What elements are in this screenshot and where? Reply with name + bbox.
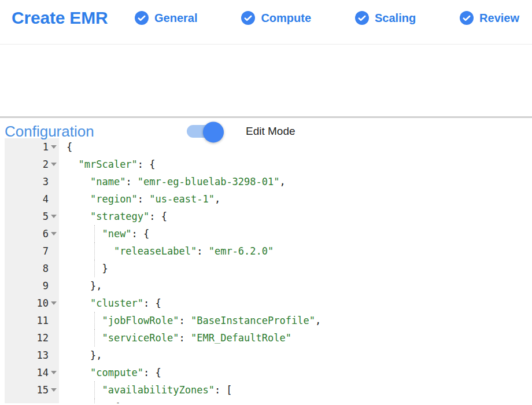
editor-line: 2 "mrScaler": {	[5, 156, 532, 173]
line-number-text: 4	[43, 190, 49, 208]
editor-line: 16 {	[5, 399, 532, 403]
check-circle-icon	[460, 11, 474, 25]
line-number-text: 11	[37, 312, 49, 329]
line-number-text: 3	[43, 173, 49, 190]
step-label: Compute	[261, 12, 311, 25]
editor-line: 7 "releaseLabel": "emr-6.2.0"	[5, 242, 532, 260]
code-line[interactable]: "new": {	[59, 225, 149, 242]
editor-line: 9 },	[5, 277, 532, 294]
editor-line: 6 "new": {	[5, 225, 532, 242]
fold-arrow-icon[interactable]	[49, 145, 59, 149]
line-number: 15	[5, 381, 59, 399]
fold-arrow-icon[interactable]	[49, 301, 59, 305]
step-general[interactable]: General	[135, 11, 197, 25]
editor-line: 5 "strategy": {	[5, 208, 532, 225]
code-token	[66, 245, 114, 257]
code-token: :	[179, 315, 190, 326]
code-token	[66, 176, 90, 187]
code-line[interactable]: "region": "us-east-1",	[59, 190, 220, 208]
code-token	[66, 297, 90, 309]
toggle-knob[interactable]	[203, 122, 224, 142]
code-token: ,	[280, 176, 286, 187]
step-label: General	[154, 12, 197, 25]
code-line[interactable]: "releaseLabel": "emr-6.2.0"	[59, 242, 274, 260]
line-number: 4	[5, 190, 59, 208]
code-token: "region"	[90, 193, 138, 205]
code-token: : [	[215, 384, 232, 396]
code-line[interactable]: "cluster": {	[59, 294, 161, 312]
editor-line: 3 "name": "emr-eg-bluelab-3298-01",	[5, 173, 532, 190]
code-token: {	[66, 141, 72, 153]
fold-arrow-icon[interactable]	[49, 163, 59, 166]
json-editor[interactable]: 1{2 "mrScaler": {3 "name": "emr-eg-bluel…	[5, 138, 532, 403]
code-token: {	[66, 402, 120, 403]
line-number-text: 8	[43, 260, 49, 277]
code-token: "us-east-1"	[149, 193, 215, 205]
code-token: "compute"	[90, 367, 143, 378]
code-token: :	[197, 245, 208, 257]
code-token: }	[66, 263, 108, 274]
line-number-text: 6	[43, 225, 49, 242]
code-line[interactable]: "strategy": {	[59, 208, 167, 225]
line-number: 2	[5, 156, 59, 173]
line-number: 9	[5, 277, 59, 294]
code-token	[66, 315, 102, 326]
code-line[interactable]: "jobFlowRole": "BaseInstanceProfile",	[59, 312, 321, 329]
code-token: },	[66, 280, 102, 292]
step-review[interactable]: Review	[460, 11, 519, 25]
page-title: Create EMR	[12, 6, 108, 30]
code-token: "serviceRole"	[102, 332, 179, 344]
code-token	[66, 332, 102, 344]
code-token: "strategy"	[90, 211, 149, 222]
step-scaling[interactable]: Scaling	[355, 11, 416, 25]
code-token: : {	[143, 297, 161, 309]
step-nav: General Compute Scaling Review	[135, 6, 519, 30]
step-compute[interactable]: Compute	[241, 11, 311, 25]
edit-mode-toggle[interactable]	[187, 125, 223, 138]
code-line[interactable]: {	[59, 138, 72, 156]
code-token	[66, 159, 78, 170]
code-token: : {	[149, 211, 167, 222]
code-token: ,	[315, 315, 321, 326]
code-line[interactable]: }	[59, 260, 108, 277]
code-line[interactable]: "availabilityZones": [	[59, 381, 232, 399]
fold-arrow-icon[interactable]	[49, 388, 59, 392]
check-circle-icon	[135, 11, 149, 25]
code-token: :	[125, 176, 137, 187]
code-line[interactable]: },	[59, 347, 102, 364]
line-number: 11	[5, 312, 59, 329]
line-number: 14	[5, 364, 59, 381]
code-line[interactable]: "name": "emr-eg-bluelab-3298-01",	[59, 173, 286, 190]
code-token: "availabilityZones"	[102, 384, 214, 396]
fold-arrow-icon[interactable]	[49, 371, 59, 374]
line-number: 12	[5, 329, 59, 347]
editor-line: 14 "compute": {	[5, 364, 532, 381]
code-token: "new"	[102, 228, 131, 240]
fold-arrow-icon[interactable]	[49, 215, 59, 218]
fold-arrow-icon[interactable]	[49, 232, 59, 235]
code-line[interactable]: "serviceRole": "EMR_DefaultRole"	[59, 329, 291, 347]
code-token: "BaseInstanceProfile"	[191, 315, 315, 326]
line-number: 5	[5, 208, 59, 225]
code-token	[66, 228, 102, 240]
line-number-text: 5	[43, 208, 49, 225]
code-token: "emr-6.2.0"	[209, 245, 274, 257]
code-token: "jobFlowRole"	[102, 315, 179, 326]
configuration-section: Configuration Edit Mode	[0, 45, 532, 118]
code-line[interactable]: {	[59, 399, 120, 403]
editor-line: 10 "cluster": {	[5, 294, 532, 312]
section-title: Configuration	[5, 120, 94, 142]
code-line[interactable]: "compute": {	[59, 364, 161, 381]
code-line[interactable]: "mrScaler": {	[59, 156, 156, 173]
edit-mode-label: Edit Mode	[246, 124, 295, 138]
step-label: Scaling	[375, 12, 416, 25]
step-label: Review	[479, 12, 519, 25]
line-number-text: 9	[43, 277, 49, 294]
code-token	[66, 384, 102, 396]
line-number-text: 15	[37, 381, 49, 399]
code-token: "cluster"	[90, 297, 143, 309]
code-line[interactable]: },	[59, 277, 102, 294]
code-token: },	[66, 349, 102, 361]
line-number: 7	[5, 242, 59, 260]
code-token: "EMR_DefaultRole"	[191, 332, 291, 344]
